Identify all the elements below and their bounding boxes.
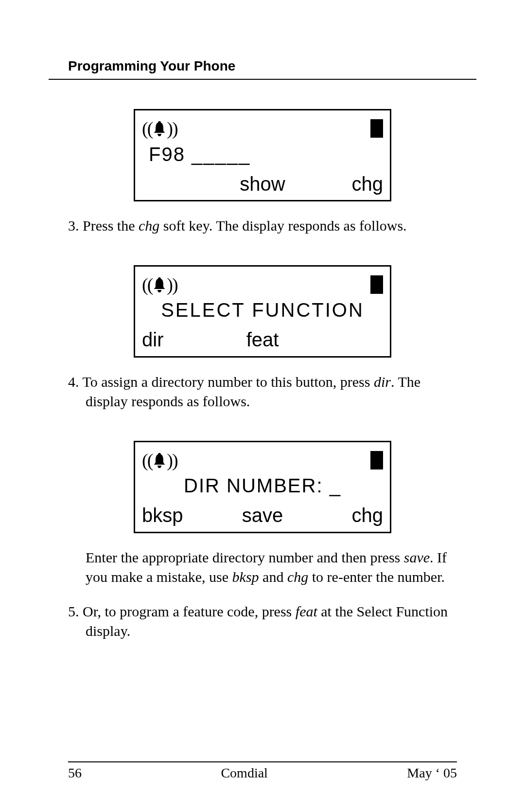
softkey-row: dir feat <box>135 326 390 356</box>
softkey-left[interactable]: dir <box>142 329 222 351</box>
phone-display-1: (( )) F98 _____ show chg <box>134 109 391 201</box>
softkey-right[interactable]: chg <box>303 505 383 526</box>
ringing-bell-icon: (( )) <box>142 450 177 471</box>
softkey-right[interactable]: chg <box>303 173 383 195</box>
softkey-center[interactable]: save <box>222 505 302 526</box>
phone-display-3: (( )) DIR NUMBER: _ bksp save chg <box>134 441 391 533</box>
bell-icon <box>152 120 167 137</box>
cursor-block-icon <box>370 451 383 469</box>
footer-date: May ‘ 05 <box>407 765 457 781</box>
softkey-row: show chg <box>135 170 390 200</box>
step-3-text: 3. Press the chg soft key. The display r… <box>49 216 476 236</box>
page-number: 56 <box>68 765 82 781</box>
ringing-bell-icon: (( )) <box>142 118 177 139</box>
softkey-row: bksp save chg <box>135 502 390 532</box>
softkey-left[interactable]: bksp <box>142 505 222 526</box>
manual-page: Programming Your Phone (( )) F98 _____ s… <box>0 0 525 812</box>
phone-display-2: (( )) SELECT FUNCTION dir feat <box>134 265 391 358</box>
softkey-center[interactable]: show <box>222 173 302 195</box>
display-line-2: F98 _____ <box>135 141 390 170</box>
softkey-center[interactable]: feat <box>222 329 302 351</box>
ringing-bell-icon: (( )) <box>142 274 177 295</box>
cursor-block-icon <box>370 119 383 138</box>
display-line-2: SELECT FUNCTION <box>135 297 390 326</box>
display-line-2: DIR NUMBER: _ <box>135 472 390 502</box>
step-5-text: 5. Or, to program a feature code, press … <box>49 602 476 641</box>
page-footer: 56 Comdial May ‘ 05 <box>68 761 457 781</box>
section-header: Programming Your Phone <box>49 58 476 80</box>
footer-brand: Comdial <box>221 765 267 781</box>
step-4-text: 4. To assign a directory number to this … <box>49 372 476 412</box>
bell-icon <box>152 452 167 469</box>
cursor-block-icon <box>370 275 383 294</box>
bell-icon <box>152 276 167 293</box>
post-display3-text: Enter the appropriate directory number a… <box>49 548 476 587</box>
